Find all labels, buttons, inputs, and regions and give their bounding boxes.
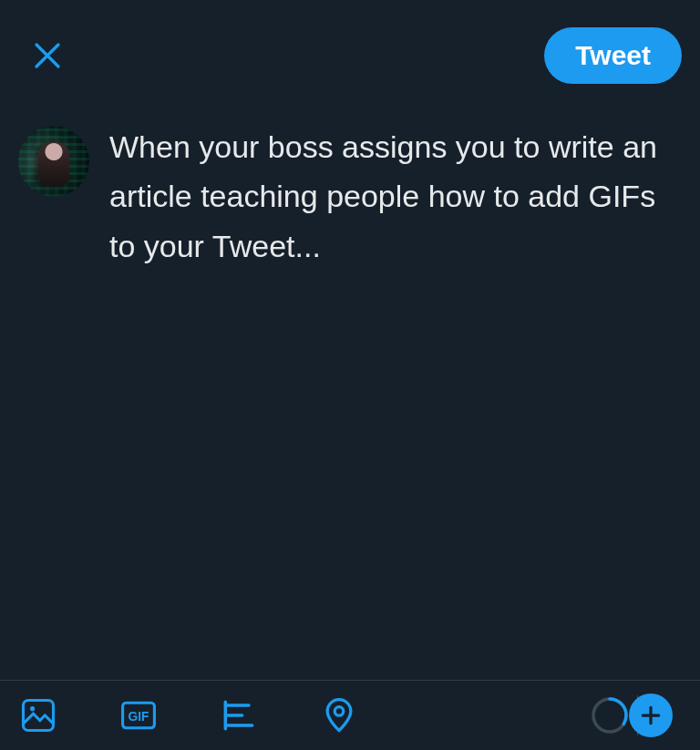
gif-button[interactable]: GIF [117,693,160,737]
svg-text:GIF: GIF [129,710,149,724]
close-button[interactable] [27,36,67,76]
add-thread-button[interactable] [629,693,673,737]
toolbar: GIF [0,680,700,750]
poll-icon [219,695,259,735]
compose-area: When your boss assigns you to write an a… [0,102,700,271]
char-count-ring [590,695,630,735]
location-button[interactable] [317,693,361,737]
right-tools [590,693,685,737]
avatar[interactable] [18,126,89,197]
svg-point-4 [335,707,344,716]
tweet-text-input[interactable]: When your boss assigns you to write an a… [109,122,682,271]
header: Tweet [0,0,700,102]
svg-rect-0 [24,701,54,731]
compose-screen: Tweet When your boss assigns you to writ… [0,0,700,750]
poll-button[interactable] [217,693,261,737]
tweet-button[interactable]: Tweet [544,27,682,84]
gif-icon: GIF [118,695,159,735]
image-icon [18,695,58,735]
svg-point-1 [30,706,35,711]
location-icon [319,695,359,735]
spacer [0,271,700,680]
media-button[interactable] [16,693,60,737]
close-icon [31,39,64,72]
plus-icon [639,704,663,727]
